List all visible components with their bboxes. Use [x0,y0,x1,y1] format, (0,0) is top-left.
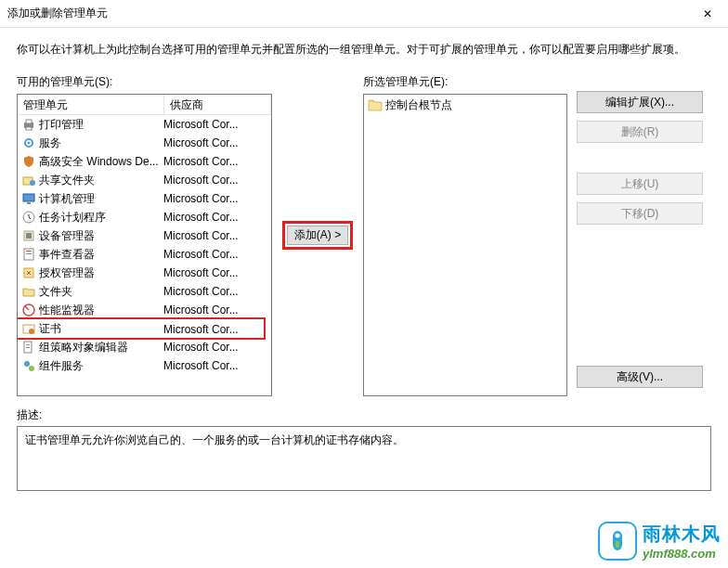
add-button[interactable]: 添加(A) > [287,226,348,245]
cert-icon [21,322,36,337]
event-icon [21,247,36,262]
list-item[interactable]: 组策略对象编辑器Microsoft Cor... [18,338,271,356]
item-name: 打印管理 [39,117,163,133]
item-vendor: Microsoft Cor... [163,211,271,224]
add-column: 添加(A) > [281,74,354,396]
list-item[interactable]: 服务Microsoft Cor... [18,134,271,152]
add-button-highlight: 添加(A) > [282,221,353,250]
available-snapins-column: 可用的管理单元(S): 管理单元 供应商 打印管理Microsoft Cor..… [17,74,272,396]
list-item[interactable]: 高级安全 Windows De...Microsoft Cor... [18,152,271,171]
titlebar: 添加或删除管理单元 ✕ [0,0,728,28]
svg-rect-20 [26,344,30,345]
perf-icon [21,303,36,317]
svg-rect-8 [27,202,31,204]
svg-point-23 [29,366,34,371]
watermark: 雨林木风 ylmf888.com [598,522,721,561]
share-icon [21,173,36,187]
available-label: 可用的管理单元(S): [17,74,272,90]
policy-icon [21,340,36,355]
item-vendor: Microsoft Cor... [163,174,271,187]
item-vendor: Microsoft Cor... [163,229,271,242]
computer-icon [21,191,36,206]
description-box: 证书管理单元允许你浏览自己的、一个服务的或一台计算机的证书存储内容。 [17,426,711,491]
svg-point-18 [29,329,34,334]
selected-tree[interactable]: 控制台根节点 [363,94,567,396]
svg-point-22 [24,361,30,367]
item-name: 性能监视器 [39,303,163,318]
header-name[interactable]: 管理单元 [18,95,164,114]
item-name: 事件查看器 [39,247,163,263]
list-item[interactable]: 组件服务Microsoft Cor... [18,356,271,375]
item-name: 计算机管理 [39,191,163,207]
item-vendor: Microsoft Cor... [163,118,271,131]
item-vendor: Microsoft Cor... [163,341,271,354]
tree-root-item[interactable]: 控制台根节点 [366,97,565,113]
selected-snapins-column: 所选管理单元(E): 控制台根节点 [363,74,567,396]
watermark-text: 雨林木风 ylmf888.com [643,522,721,561]
printer-icon [21,117,36,132]
remove-button[interactable]: 删除(R) [577,121,703,143]
list-item[interactable]: 共享文件夹Microsoft Cor... [18,171,271,189]
description-section: 描述: 证书管理单元允许你浏览自己的、一个服务的或一台计算机的证书存储内容。 [17,407,711,491]
item-vendor: Microsoft Cor... [163,266,271,279]
folder-icon [368,98,383,111]
item-name: 组件服务 [39,358,163,374]
available-listbox[interactable]: 管理单元 供应商 打印管理Microsoft Cor...服务Microsoft… [17,94,272,396]
item-name: 任务计划程序 [39,210,163,226]
item-name: 文件夹 [39,284,163,300]
svg-rect-7 [23,194,34,201]
folder-icon [21,284,36,299]
svg-rect-21 [26,347,30,348]
list-item[interactable]: 打印管理Microsoft Cor... [18,115,271,134]
intro-text: 你可以在计算机上为此控制台选择可用的管理单元并配置所选的一组管理单元。对于可扩展… [17,41,711,58]
list-body[interactable]: 打印管理Microsoft Cor...服务Microsoft Cor...高级… [18,115,271,395]
list-item[interactable]: 授权管理器Microsoft Cor... [18,264,271,282]
spacer-label [577,74,703,87]
watermark-url: ylmf888.com [643,547,721,561]
advanced-button[interactable]: 高级(V)... [577,366,703,388]
tree-root-label: 控制台根节点 [385,97,452,113]
dialog-content: 你可以在计算机上为此控制台选择可用的管理单元并配置所选的一组管理单元。对于可扩展… [0,28,728,500]
description-label: 描述: [17,407,711,423]
svg-rect-14 [26,253,32,254]
watermark-cn: 雨林木风 [643,522,721,547]
item-vendor: Microsoft Cor... [163,303,271,316]
svg-rect-13 [26,251,32,252]
item-name: 高级安全 Windows De... [39,154,163,170]
watermark-logo [598,522,637,561]
move-down-button[interactable]: 下移(D) [577,202,703,225]
item-name: 证书 [39,321,163,337]
device-icon [21,228,36,243]
item-vendor: Microsoft Cor... [163,323,264,336]
list-item[interactable]: 性能监视器Microsoft Cor... [18,301,271,319]
list-header: 管理单元 供应商 [18,95,271,115]
header-vendor[interactable]: 供应商 [164,95,271,114]
item-vendor: Microsoft Cor... [163,359,271,372]
list-item[interactable]: 事件查看器Microsoft Cor... [18,245,271,264]
edit-extensions-button[interactable]: 编辑扩展(X)... [577,91,703,113]
component-icon [21,358,36,373]
list-item[interactable]: 文件夹Microsoft Cor... [18,282,271,301]
svg-point-6 [30,180,35,186]
item-vendor: Microsoft Cor... [163,155,271,168]
gear-icon [21,136,36,150]
main-area: 可用的管理单元(S): 管理单元 供应商 打印管理Microsoft Cor..… [17,74,711,396]
list-item[interactable]: 设备管理器Microsoft Cor... [18,226,271,245]
window-title: 添加或删除管理单元 [7,6,108,21]
item-vendor: Microsoft Cor... [163,248,271,261]
auth-icon [21,265,36,280]
list-item[interactable]: 计算机管理Microsoft Cor... [18,189,271,208]
svg-rect-1 [26,120,32,123]
item-name: 授权管理器 [39,265,163,281]
close-button[interactable]: ✕ [686,0,728,28]
item-vendor: Microsoft Cor... [163,136,271,149]
clock-icon [21,210,36,225]
svg-rect-11 [26,233,32,239]
item-name: 设备管理器 [39,228,163,244]
list-item[interactable]: 证书Microsoft Cor... [18,317,266,340]
svg-rect-2 [26,127,32,130]
item-vendor: Microsoft Cor... [163,192,271,205]
list-item[interactable]: 任务计划程序Microsoft Cor... [18,208,271,226]
item-name: 共享文件夹 [39,173,163,188]
move-up-button[interactable]: 上移(U) [577,173,703,195]
